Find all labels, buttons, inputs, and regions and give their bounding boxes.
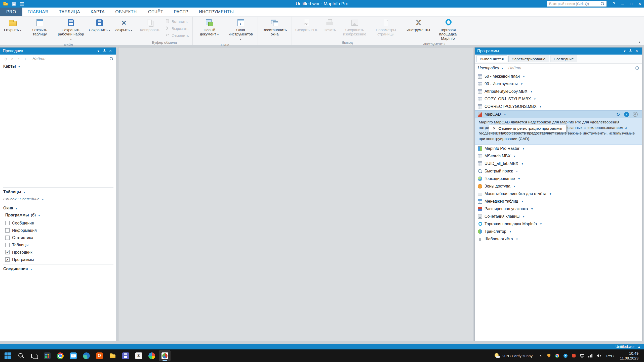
section-windows[interactable]: Окна — [3, 206, 18, 210]
app-tray-icon[interactable] — [571, 353, 576, 358]
program-row[interactable]: MSearch.MBX▼ — [475, 152, 642, 160]
dropdown-caret-icon[interactable]: ▼ — [530, 90, 533, 93]
close-icon[interactable] — [107, 49, 113, 54]
ribbon-tab-растр[interactable]: РАСТР — [169, 8, 194, 16]
program-row[interactable]: COPY_OBJ_STYLE.MBX▼ — [475, 95, 642, 103]
window-toggle-item[interactable]: Статистика — [5, 234, 37, 241]
program-row[interactable]: MapInfo Pro Raster▼ — [475, 145, 642, 152]
weather-widget[interactable]: 20°C Partly sunny — [491, 353, 536, 359]
ribbon-button-новый-документ[interactable]: Новый документ ▼ — [194, 18, 225, 37]
programs-tab-последние[interactable]: Последние — [550, 56, 577, 62]
programs-search[interactable] — [506, 66, 639, 70]
program-row[interactable]: Геокодирование▼ — [475, 175, 642, 183]
move-down-icon[interactable]: ↓ — [22, 57, 28, 61]
checkbox-icon[interactable] — [5, 236, 10, 240]
dropdown-caret-icon[interactable]: ▼ — [509, 230, 511, 233]
dropdown-caret-icon[interactable]: ▼ — [522, 147, 525, 150]
show-desktop-button[interactable] — [642, 349, 644, 362]
dropdown-caret-icon[interactable]: ▼ — [513, 185, 516, 188]
dropdown-caret-icon[interactable]: ▼ — [516, 170, 518, 173]
program-row[interactable]: 90 - Инструменты▼ — [475, 80, 642, 88]
workspace-name[interactable]: Untitled.wor — [616, 345, 635, 349]
chevron-down-icon[interactable] — [622, 49, 628, 54]
search-icon[interactable] — [109, 57, 113, 61]
dropdown-caret-icon[interactable]: ▼ — [539, 105, 542, 108]
dropdown-caret-icon[interactable]: ▼ — [521, 162, 524, 165]
volume-tray-icon[interactable] — [596, 353, 601, 358]
program-row[interactable]: Быстрый поиск▼ — [475, 167, 642, 175]
ribbon-tab-объекты[interactable]: ОБЪЕКТЫ — [110, 8, 143, 16]
chevron-down-icon[interactable] — [30, 267, 32, 271]
search-button[interactable] — [15, 350, 27, 361]
ribbon-button-торговая-площадка-mapinfo[interactable]: Торговая площадка MapInfo — [432, 18, 463, 41]
window-toggle-item[interactable]: Сообщение — [5, 219, 37, 227]
settings-dropdown[interactable]: Настройки — [478, 66, 499, 70]
ribbon-tab-отчёт[interactable]: ОТЧЁТ — [143, 8, 169, 16]
mail-app[interactable] — [67, 350, 79, 361]
ribbon-button-открыть[interactable]: Открыть ▼ — [2, 18, 24, 33]
start-button[interactable] — [2, 350, 14, 361]
mapinfo-app[interactable] — [159, 350, 171, 361]
dropdown-caret-icon[interactable]: ▼ — [549, 192, 552, 195]
program-row[interactable]: Расширенная упаковка▼ — [475, 205, 642, 213]
ribbon-button-закрыть[interactable]: Закрыть ▼ — [113, 18, 135, 33]
close-icon[interactable] — [634, 49, 640, 54]
dropdown-caret-icon[interactable]: ▼ — [504, 113, 506, 116]
office-app[interactable] — [94, 350, 105, 361]
section-connections[interactable]: Соединения — [3, 267, 32, 271]
window-toggle-item[interactable]: Информация — [5, 227, 37, 234]
section-tables[interactable]: Таблицы — [3, 190, 26, 194]
program-row[interactable]: MapCAD▼↻i — [475, 111, 642, 118]
new-window-icon[interactable] — [19, 2, 25, 6]
quick-search-input[interactable] — [549, 2, 598, 6]
hidden-icons-button[interactable]: ∧ — [538, 353, 543, 358]
explorer-search[interactable] — [29, 57, 113, 61]
clear-icon[interactable]: × — [9, 57, 15, 61]
program-row[interactable]: AttributeStyleCopy.MBX▼ — [475, 88, 642, 95]
ribbon-button-сохранить[interactable]: Сохранить ▼ — [87, 18, 113, 33]
run-icon[interactable]: ↻ — [616, 112, 621, 117]
statusbar-expand-icon[interactable]: ▲ — [638, 345, 640, 348]
checkbox-icon[interactable] — [5, 257, 10, 262]
search-icon[interactable] — [600, 2, 605, 6]
security-shield-icon[interactable] — [546, 353, 551, 358]
search-icon[interactable] — [635, 66, 639, 70]
chevron-down-icon[interactable] — [95, 49, 101, 54]
dropdown-caret-icon[interactable]: ▼ — [540, 222, 542, 225]
ribbon-tab-инструменты[interactable]: ИНСТРУМЕНТЫ — [193, 8, 239, 16]
telegram-tray-icon[interactable] — [563, 353, 568, 358]
edge-app[interactable] — [80, 350, 92, 361]
chrome-tray-icon[interactable] — [555, 353, 560, 358]
chevron-down-icon[interactable] — [501, 66, 504, 70]
diamond-icon[interactable]: ◇ — [3, 57, 9, 61]
programs-tab-выполняется[interactable]: Выполняется — [476, 56, 507, 62]
info-icon[interactable]: i — [624, 112, 629, 117]
program-row[interactable]: CORRECTPOLYGONS.MBX▼ — [475, 103, 642, 110]
maximize-button[interactable] — [627, 0, 635, 8]
ribbon-tab-главная[interactable]: ГЛАВНАЯ — [22, 8, 54, 16]
program-row[interactable]: Транслятор▼ — [475, 228, 642, 235]
explorer-search-input[interactable] — [32, 57, 107, 61]
dropdown-caret-icon[interactable]: ▼ — [516, 238, 518, 241]
dropdown-caret-icon[interactable]: ▼ — [531, 207, 533, 210]
dropdown-caret-icon[interactable]: ▼ — [520, 82, 523, 85]
chevron-down-icon[interactable] — [23, 190, 26, 194]
chevron-down-icon[interactable] — [15, 206, 18, 210]
floppy-app[interactable] — [120, 350, 131, 361]
pin-icon[interactable] — [101, 49, 107, 54]
open-workspace-icon[interactable] — [3, 2, 9, 6]
sigma-app[interactable] — [133, 350, 144, 361]
program-row[interactable]: Менеджер таблиц▼ — [475, 198, 642, 205]
section-maps[interactable]: Карты — [3, 64, 20, 69]
checkbox-icon[interactable] — [5, 250, 10, 254]
window-toggle-item[interactable]: Проводник — [5, 249, 37, 256]
ribbon-tab-таблица[interactable]: ТАБЛИЦА — [54, 8, 85, 16]
window-toggle-item[interactable]: Таблицы — [5, 241, 37, 249]
media-app[interactable] — [146, 350, 157, 361]
explorer-app[interactable] — [107, 350, 118, 361]
chevron-down-icon[interactable] — [38, 213, 40, 217]
pin-icon[interactable] — [628, 49, 634, 54]
program-row[interactable]: Зоны доступа▼ — [475, 183, 642, 190]
dropdown-caret-icon[interactable]: ▼ — [522, 215, 525, 218]
language-indicator[interactable]: РУС — [604, 354, 616, 358]
